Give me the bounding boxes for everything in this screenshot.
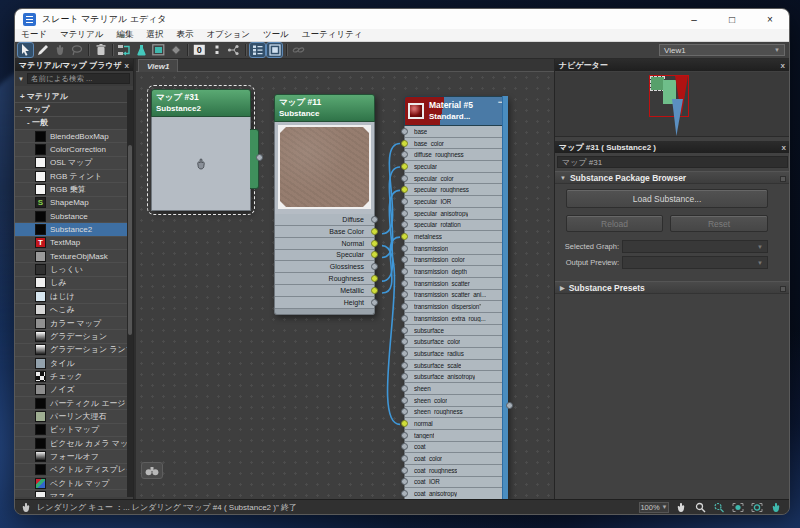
list-item[interactable]: ColorCorrection	[15, 143, 128, 156]
list-item[interactable]: ベクトル マップ	[15, 477, 128, 490]
minimize-button[interactable]: –	[675, 9, 713, 29]
input-slot[interactable]: transmission_scatter_ani...	[405, 290, 507, 302]
pan-to-selected-button[interactable]	[141, 462, 163, 479]
pan-hand-icon[interactable]	[674, 501, 688, 513]
menu-item[interactable]: 編集	[116, 29, 133, 41]
input-socket[interactable]	[401, 210, 408, 217]
search-options-icon[interactable]: ▼	[18, 76, 24, 82]
input-slot[interactable]: base	[405, 126, 507, 138]
delete-trash-icon[interactable]	[93, 43, 108, 57]
output-slot[interactable]: Diffuse	[275, 214, 374, 226]
input-socket[interactable]	[401, 385, 408, 392]
input-slot[interactable]: diffuse_roughness	[405, 149, 507, 161]
input-slot[interactable]: specular_rotation	[405, 220, 507, 232]
node-canvas[interactable]: View1 マップ #31 Substance2 マップ #11 Substan…	[136, 59, 554, 499]
browser-scrollbar[interactable]	[127, 90, 133, 497]
input-slot[interactable]: sheen	[405, 383, 507, 395]
input-slot[interactable]: base_color	[405, 138, 507, 150]
input-slot[interactable]: tangent	[405, 430, 507, 442]
input-socket[interactable]	[401, 420, 408, 427]
input-socket[interactable]	[401, 163, 408, 170]
input-socket[interactable]	[401, 245, 408, 252]
select-tool-icon[interactable]	[18, 43, 33, 57]
list-item[interactable]: グラデーション ランプ	[15, 344, 128, 357]
params-header[interactable]: マップ #31 ( Substance2 ) x	[555, 141, 790, 153]
list-item[interactable]: - 一般	[15, 117, 128, 130]
input-socket[interactable]	[401, 315, 408, 322]
rollout-substance-package-browser[interactable]: ▼ Substance Package Browser	[555, 171, 790, 184]
input-slot[interactable]: subsurface_radius	[405, 348, 507, 360]
reload-button[interactable]: Reload	[566, 215, 663, 232]
close-button[interactable]: ×	[751, 9, 789, 29]
list-item[interactable]: RGB ティント	[15, 170, 128, 183]
material-id-diamond-icon[interactable]	[168, 43, 183, 57]
search-input[interactable]: 名前による検索 ...	[27, 73, 130, 84]
output-slot[interactable]: Glossiness	[275, 261, 374, 273]
rollout-substance-presets[interactable]: ▶ Substance Presets	[555, 281, 790, 294]
input-slot[interactable]: sheen_color	[405, 395, 507, 407]
assign-material-icon[interactable]	[134, 43, 149, 57]
input-slot[interactable]: transmission_scatter	[405, 278, 507, 290]
input-slot[interactable]: normal	[405, 418, 507, 430]
output-socket[interactable]	[371, 240, 378, 247]
close-icon[interactable]: x	[125, 61, 129, 70]
output-slot[interactable]: Metallic	[275, 285, 374, 297]
output-slot[interactable]: Specular	[275, 250, 374, 262]
input-socket[interactable]	[401, 303, 408, 310]
input-slot[interactable]: coat	[405, 442, 507, 454]
input-slot[interactable]: subsurface	[405, 325, 507, 337]
input-slot[interactable]: coat_color	[405, 453, 507, 465]
output-slot[interactable]: Height	[275, 297, 374, 309]
input-socket[interactable]	[401, 291, 408, 298]
list-item[interactable]: ベクトル ディスプレイ ...	[15, 464, 128, 477]
list-item[interactable]: チェック	[15, 370, 128, 383]
node-branch-icon[interactable]	[226, 43, 241, 57]
input-slot[interactable]: specular	[405, 161, 507, 173]
list-item[interactable]: T TextMap	[15, 237, 128, 250]
input-socket[interactable]	[401, 198, 408, 205]
input-socket[interactable]	[401, 362, 408, 369]
list-item[interactable]: しみ	[15, 277, 128, 290]
link-chain-icon[interactable]	[291, 43, 306, 57]
list-item[interactable]: Substance	[15, 210, 128, 223]
input-slot[interactable]: sheen_roughness	[405, 407, 507, 419]
output-socket[interactable]	[371, 287, 378, 294]
input-socket[interactable]	[401, 397, 408, 404]
input-socket[interactable]	[401, 478, 408, 485]
input-socket[interactable]	[401, 128, 408, 135]
input-socket[interactable]	[401, 151, 408, 158]
node-substance[interactable]: マップ #11 Substance Diffuse	[274, 94, 375, 315]
reset-button[interactable]: Reset	[670, 215, 768, 232]
input-slot[interactable]: subsurface_anisotropy	[405, 371, 507, 383]
node-substance2[interactable]: マップ #31 Substance2	[151, 89, 251, 211]
parameter-editor-toggle-icon[interactable]	[267, 43, 282, 57]
output-socket[interactable]	[371, 216, 378, 223]
input-slot[interactable]: transmission_color	[405, 255, 507, 267]
output-socket[interactable]	[256, 154, 263, 161]
pan-zoom-mode-icon[interactable]	[769, 501, 783, 513]
list-item[interactable]: + マテリアル	[15, 90, 128, 103]
input-slot[interactable]: transmission	[405, 243, 507, 255]
zoom-region-icon[interactable]	[712, 501, 726, 513]
input-socket[interactable]	[401, 175, 408, 182]
node-body[interactable]	[151, 117, 251, 211]
output-slot[interactable]: Base Color	[275, 226, 374, 238]
list-item[interactable]: タイル	[15, 357, 128, 370]
node-header[interactable]: マップ #11 Substance	[274, 94, 375, 122]
menu-item[interactable]: 表示	[176, 29, 193, 41]
view-tab[interactable]: View1	[138, 59, 178, 72]
list-item[interactable]: Substance2	[15, 223, 128, 236]
list-item[interactable]: ピクセル カメラ マップ	[15, 437, 128, 450]
input-slot[interactable]: subsurface_color	[405, 336, 507, 348]
rollout-pin-icon[interactable]	[780, 286, 786, 292]
output-socket[interactable]	[371, 228, 378, 235]
input-socket[interactable]	[401, 443, 408, 450]
input-slot[interactable]: metalness	[405, 231, 507, 243]
input-slot[interactable]: specular_color	[405, 173, 507, 185]
list-item[interactable]: フォールオフ	[15, 450, 128, 463]
input-socket[interactable]	[401, 338, 408, 345]
input-slot[interactable]: specular_roughness	[405, 184, 507, 196]
pencil-tool-icon[interactable]	[35, 43, 50, 57]
zoom-tool-icon[interactable]	[693, 501, 707, 513]
input-socket[interactable]	[401, 233, 408, 240]
